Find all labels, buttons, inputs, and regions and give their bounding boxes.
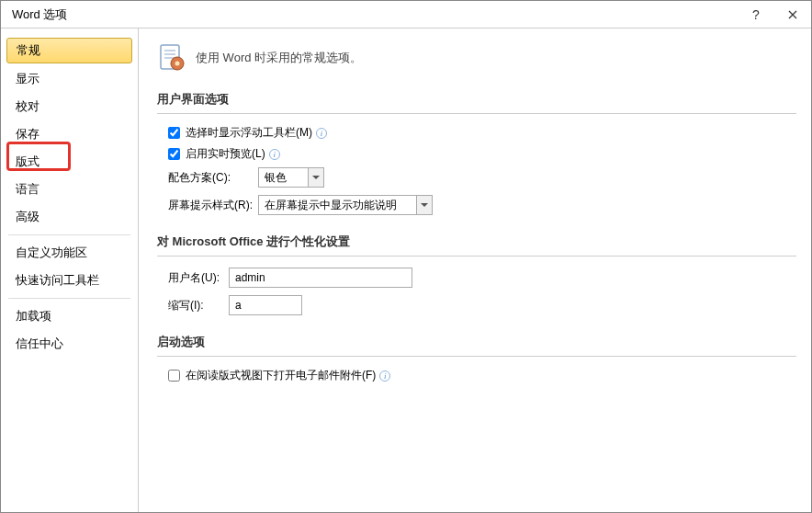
section-ui: 选择时显示浮动工具栏(M) i 启用实时预览(L) i 配色方案(C): 银色 [157, 125, 796, 215]
sidebar-label: 自定义功能区 [16, 245, 87, 259]
content-pane: 使用 Word 时采用的常规选项。 用户界面选项 选择时显示浮动工具栏(M) i… [139, 28, 811, 512]
label-open-attachments: 在阅读版式视图下打开电子邮件附件(F) [186, 368, 376, 383]
row-username: 用户名(U): [168, 268, 796, 288]
sidebar-divider [8, 298, 130, 299]
sidebar-item-advanced[interactable]: 高级 [1, 203, 138, 231]
row-open-attachments: 在阅读版式视图下打开电子邮件附件(F) i [168, 368, 796, 383]
section-personalize: 用户名(U): 缩写(I): [157, 268, 796, 315]
close-icon [788, 10, 797, 19]
select-color-scheme[interactable]: 银色 [258, 167, 324, 188]
sidebar-item-save[interactable]: 保存 [1, 120, 138, 148]
sidebar-label: 常规 [17, 43, 40, 57]
sidebar-item-trust-center[interactable]: 信任中心 [1, 330, 138, 358]
info-icon[interactable]: i [269, 149, 280, 160]
sidebar-label: 保存 [16, 127, 39, 141]
select-value: 银色 [265, 170, 287, 186]
sidebar-item-general[interactable]: 常规 [6, 38, 132, 63]
dialog-body: 常规 显示 校对 保存 版式 语言 高级 自定义功能区 快速访问工具栏 加载项 … [1, 28, 811, 512]
sidebar-label: 快速访问工具栏 [16, 273, 99, 287]
sidebar-label: 语言 [16, 182, 39, 196]
select-screentip[interactable]: 在屏幕提示中显示功能说明 [258, 195, 433, 215]
sidebar-label: 校对 [16, 99, 39, 113]
sidebar-item-addins[interactable]: 加载项 [1, 302, 138, 330]
section-title-personalize: 对 Microsoft Office 进行个性化设置 [157, 232, 796, 252]
help-button[interactable]: ? [738, 1, 774, 28]
row-live-preview: 启用实时预览(L) i [168, 146, 796, 162]
window-title: Word 选项 [12, 6, 738, 23]
label-initials: 缩写(I): [168, 298, 229, 314]
close-button[interactable] [774, 1, 811, 28]
checkbox-open-attachments[interactable] [168, 370, 180, 382]
sidebar: 常规 显示 校对 保存 版式 语言 高级 自定义功能区 快速访问工具栏 加载项 … [1, 28, 139, 512]
section-startup: 在阅读版式视图下打开电子邮件附件(F) i [157, 368, 796, 383]
label-screentip: 屏幕提示样式(R): [168, 198, 258, 213]
sidebar-label: 版式 [16, 154, 39, 168]
info-icon[interactable]: i [379, 370, 390, 382]
titlebar: Word 选项 ? [1, 1, 811, 28]
input-username[interactable] [229, 268, 412, 288]
sidebar-item-customize-ribbon[interactable]: 自定义功能区 [1, 239, 138, 267]
sidebar-label: 加载项 [16, 309, 51, 323]
chevron-down-icon [416, 196, 432, 214]
row-initials: 缩写(I): [168, 295, 796, 315]
label-mini-toolbar: 选择时显示浮动工具栏(M) [186, 125, 312, 141]
sidebar-item-language[interactable]: 语言 [1, 176, 138, 203]
chevron-down-icon [308, 168, 323, 187]
row-mini-toolbar: 选择时显示浮动工具栏(M) i [168, 125, 796, 141]
select-value: 在屏幕提示中显示功能说明 [265, 198, 397, 213]
sidebar-label: 高级 [16, 210, 39, 223]
label-username: 用户名(U): [168, 270, 229, 286]
checkbox-live-preview[interactable] [168, 148, 180, 160]
row-color-scheme: 配色方案(C): 银色 [168, 167, 796, 188]
section-divider [157, 113, 796, 114]
checkbox-mini-toolbar[interactable] [168, 127, 180, 139]
label-color-scheme: 配色方案(C): [168, 170, 258, 186]
options-dialog: Word 选项 ? 常规 显示 校对 保存 版式 语言 高级 自定义功能区 快速… [0, 0, 812, 513]
sidebar-divider [8, 234, 130, 235]
section-divider [157, 356, 796, 357]
header-text: 使用 Word 时采用的常规选项。 [196, 50, 362, 66]
sidebar-item-display[interactable]: 显示 [1, 65, 138, 93]
section-title-startup: 启动选项 [157, 332, 796, 352]
label-live-preview: 启用实时预览(L) [186, 146, 265, 162]
content-header: 使用 Word 时采用的常规选项。 [157, 40, 796, 73]
info-icon[interactable]: i [316, 128, 327, 139]
sidebar-item-quick-access[interactable]: 快速访问工具栏 [1, 267, 138, 294]
sidebar-label: 信任中心 [16, 336, 63, 350]
section-divider [157, 256, 796, 256]
sidebar-item-proofing[interactable]: 校对 [1, 93, 138, 120]
row-screentip: 屏幕提示样式(R): 在屏幕提示中显示功能说明 [168, 195, 796, 215]
sidebar-item-layout[interactable]: 版式 [1, 148, 138, 176]
sidebar-label: 显示 [16, 72, 39, 86]
options-icon [157, 43, 186, 73]
section-title-ui: 用户界面选项 [157, 89, 796, 109]
input-initials[interactable] [229, 295, 302, 315]
